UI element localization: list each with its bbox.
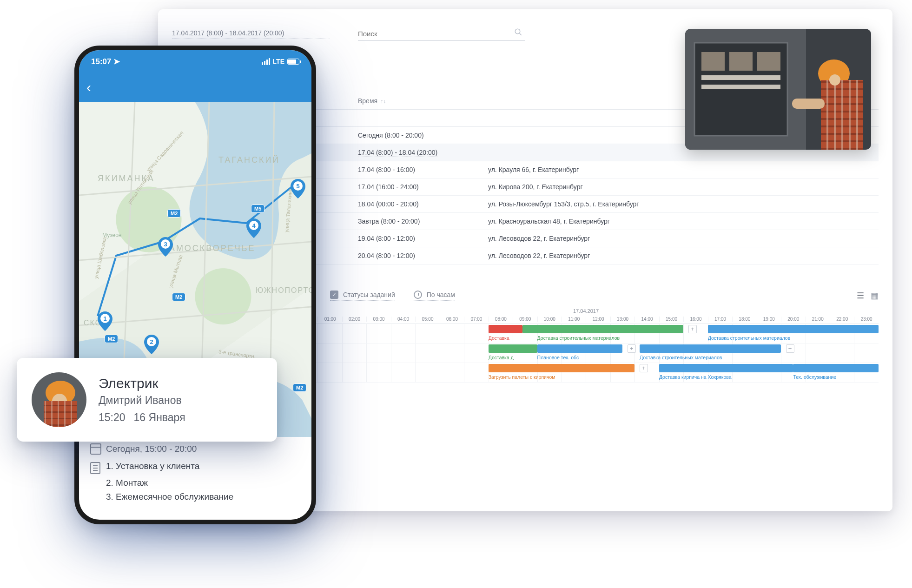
add-slot-button[interactable]: +	[640, 364, 648, 372]
timeline-bar-label: Доставка строительных материалов	[640, 354, 781, 361]
svg-text:ЮЖНОПОРТО: ЮЖНОПОРТО	[256, 286, 311, 294]
document-icon	[90, 462, 100, 474]
profile-info: Электрик Дмитрий Иванов 15:20 16 Января	[99, 376, 185, 424]
map-pin[interactable]: 5	[291, 179, 305, 198]
timeline-bar-label: Доставка	[489, 334, 537, 342]
list-item[interactable]: 2. Монтаж	[90, 476, 300, 490]
task-address: ул. Лесоводов 22, г. Екатеринбург	[488, 252, 879, 259]
phone-task-text: 1. Установка у клиента	[106, 461, 199, 471]
col-time[interactable]: Время↑↓	[358, 97, 488, 105]
toggle-hours[interactable]: По часам	[414, 291, 455, 301]
timeline-bar[interactable]	[489, 325, 522, 333]
svg-rect-46	[44, 401, 77, 427]
hour-label: 14:00	[634, 317, 659, 322]
timeline-grid[interactable]: 17.04.2017 00:0001:0002:0003:0004:0005:0…	[293, 310, 879, 403]
phone-today-label: Сегодня, 15:00 - 20:00	[106, 444, 197, 454]
map-pin[interactable]: 4	[246, 218, 261, 238]
checkbox-icon: ✓	[330, 291, 338, 299]
svg-rect-12	[821, 80, 863, 150]
phone-tasklist: Сегодня, 15:00 - 20:00 1. Установка у кл…	[79, 437, 311, 510]
profile-role: Электрик	[99, 376, 185, 391]
hour-label: 13:00	[610, 317, 634, 322]
svg-text:улица Садовническая: улица Садовническая	[145, 130, 185, 173]
profile-date: 16 Января	[134, 411, 185, 424]
search-field-wrap	[358, 27, 525, 41]
hour-label: 08:00	[489, 317, 513, 322]
hour-label: 20:00	[781, 317, 805, 322]
hour-label: 05:00	[415, 317, 439, 322]
timeline-bar[interactable]	[537, 344, 623, 353]
hour-label: 04:00	[391, 317, 415, 322]
hour-label: 03:00	[366, 317, 390, 322]
svg-text:2: 2	[150, 338, 153, 345]
back-icon[interactable]: ‹	[86, 79, 91, 95]
hour-label: 01:00	[317, 317, 342, 322]
timeline-bar[interactable]	[522, 325, 683, 333]
timeline-bar[interactable]	[708, 325, 879, 333]
hour-label: 22:00	[830, 317, 854, 322]
hour-label: 23:00	[854, 317, 878, 322]
add-slot-button[interactable]: +	[628, 344, 636, 353]
add-slot-button[interactable]: +	[688, 325, 697, 333]
metro-badge: М2	[105, 335, 118, 343]
list-item[interactable]: 1. Установка у клиента	[90, 459, 300, 476]
task-time: 20.04 (8:00 - 12:00)	[358, 252, 488, 259]
task-address: ул. Кирова 200, г. Екатеринбург	[488, 183, 879, 191]
metro-badge: М2	[293, 383, 306, 392]
view-switch: ☰ ▦	[857, 291, 879, 301]
timeline-row[interactable]: +ДоставкаДоставка строительных материало…	[293, 324, 879, 344]
battery-icon	[287, 59, 299, 65]
svg-rect-8	[701, 75, 780, 80]
timeline-bar-label: Доставка строительных материалов	[537, 334, 684, 342]
svg-text:3: 3	[164, 241, 167, 248]
map-pin[interactable]: 1	[98, 311, 112, 331]
search-input[interactable]	[358, 27, 525, 40]
calendar-icon	[90, 443, 101, 455]
timeline-row[interactable]: +Загрузить палеты с кирпичомДоставка кир…	[293, 363, 879, 383]
task-time: 17.04 (8:00) - 18.04 (20:00)	[358, 149, 488, 156]
task-time: 19.04 (8:00 - 12:00)	[358, 235, 488, 242]
grid-view-icon[interactable]: ▦	[871, 291, 879, 301]
timeline-bar[interactable]	[489, 364, 635, 372]
timeline-row[interactable]: ++Доставка дПлановое тех. обсДоставка ст…	[293, 344, 879, 363]
add-slot-button[interactable]: +	[786, 344, 794, 353]
location-icon: ➤	[113, 57, 120, 66]
task-address: ул. Розы-Люксембург 153/3, стр.5, г. Ека…	[488, 200, 879, 208]
hour-label: 17:00	[708, 317, 732, 322]
svg-point-17	[829, 74, 840, 86]
hour-label: 10:00	[537, 317, 562, 322]
toggle-hours-label: По часам	[427, 291, 455, 298]
task-time: 18.04 (00:00 - 20:00)	[358, 200, 488, 208]
date-range-picker[interactable]: 17.04.2017 (8:00) - 18.04.2017 (20:00)	[172, 29, 330, 39]
clock-icon	[414, 291, 422, 299]
phone-mockup: 15:07 ➤ LTE ‹ ЯКИМАНКА ТАГАНСКИЙ ЗАМОСКВ…	[79, 50, 311, 520]
timeline-bar[interactable]	[640, 344, 781, 353]
hour-label: 18:00	[732, 317, 756, 322]
hour-label: 11:00	[562, 317, 586, 322]
timeline-bar-label: Тех. обслуживание	[793, 373, 879, 381]
toggle-statuses-label: Статусы заданий	[343, 291, 395, 298]
map-pin[interactable]: 3	[158, 237, 173, 257]
map-pin[interactable]: 2	[144, 335, 159, 354]
phone-task-text: 2. Монтаж	[106, 478, 148, 488]
svg-line-1	[519, 33, 522, 35]
timeline-bar[interactable]	[793, 364, 879, 372]
timeline-bar[interactable]	[659, 364, 793, 372]
phone-navbar: ‹	[79, 73, 311, 102]
timeline-bar[interactable]	[489, 344, 537, 353]
task-address: ул. Красноуральская 48, г. Екатеринбург	[488, 218, 879, 225]
toggle-statuses[interactable]: ✓ Статусы заданий	[330, 291, 395, 301]
search-icon[interactable]	[514, 28, 522, 36]
phone-today-row: Сегодня, 15:00 - 20:00	[90, 443, 300, 455]
svg-text:1: 1	[103, 315, 106, 322]
profile-card[interactable]: Электрик Дмитрий Иванов 15:20 16 Января	[17, 358, 277, 442]
timeline-bar-label: Доставка строительных материалов	[708, 334, 879, 342]
list-item[interactable]: 3. Ежемесячное обслуживание	[90, 490, 300, 504]
list-view-icon[interactable]: ☰	[857, 291, 864, 301]
timeline-bar-label: Доставка д	[489, 354, 537, 361]
svg-text:улица Мытная: улица Мытная	[167, 254, 183, 289]
sort-icon[interactable]: ↑↓	[380, 98, 386, 105]
phone-time: 15:07	[91, 57, 111, 66]
hour-label: 09:00	[513, 317, 537, 322]
hour-label: 15:00	[659, 317, 683, 322]
